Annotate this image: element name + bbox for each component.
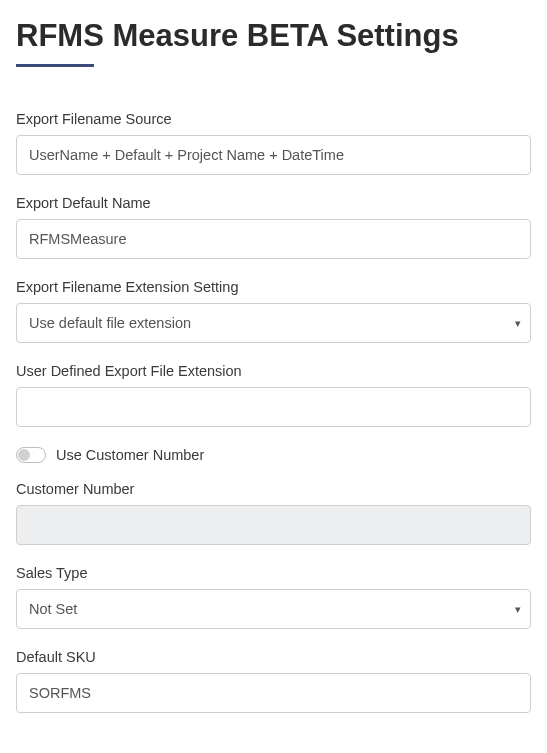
toggle-use-customer-number[interactable] <box>16 447 46 463</box>
input-export-filename-source[interactable] <box>16 135 531 175</box>
input-customer-number <box>16 505 531 545</box>
select-sales-type[interactable]: Not Set <box>16 589 531 629</box>
label-customer-number: Customer Number <box>16 481 531 497</box>
label-default-sku: Default SKU <box>16 649 531 665</box>
toggle-knob <box>18 449 30 461</box>
field-export-ext-setting: Export Filename Extension Setting Use de… <box>16 279 531 343</box>
title-underline <box>16 64 94 67</box>
field-user-defined-ext: User Defined Export File Extension <box>16 363 531 427</box>
input-user-defined-ext[interactable] <box>16 387 531 427</box>
label-export-default-name: Export Default Name <box>16 195 531 211</box>
label-use-customer-number: Use Customer Number <box>56 447 204 463</box>
toggle-use-customer-number-row: Use Customer Number <box>16 447 531 463</box>
field-default-sku: Default SKU <box>16 649 531 713</box>
page-title: RFMS Measure BETA Settings <box>16 18 531 54</box>
label-user-defined-ext: User Defined Export File Extension <box>16 363 531 379</box>
select-export-ext-setting[interactable]: Use default file extension <box>16 303 531 343</box>
label-export-ext-setting: Export Filename Extension Setting <box>16 279 531 295</box>
input-default-sku[interactable] <box>16 673 531 713</box>
field-customer-number: Customer Number <box>16 481 531 545</box>
input-export-default-name[interactable] <box>16 219 531 259</box>
field-export-default-name: Export Default Name <box>16 195 531 259</box>
field-sales-type: Sales Type Not Set ▾ <box>16 565 531 629</box>
label-export-filename-source: Export Filename Source <box>16 111 531 127</box>
label-sales-type: Sales Type <box>16 565 531 581</box>
field-export-filename-source: Export Filename Source <box>16 111 531 175</box>
